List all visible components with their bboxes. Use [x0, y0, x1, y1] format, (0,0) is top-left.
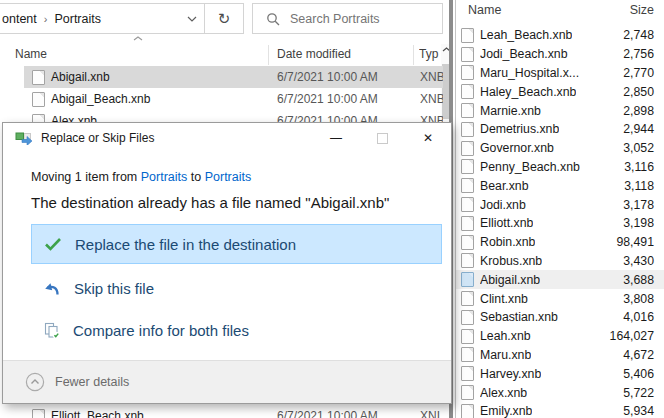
file-row[interactable]: Jodi_Beach.xnb2,756	[456, 45, 664, 64]
file-icon	[461, 329, 474, 344]
file-date: 6/7/2021 10:00 AM	[277, 70, 378, 84]
file-size: 3,688	[623, 273, 654, 287]
file-size: 2,756	[623, 47, 654, 61]
file-name: Penny_Beach.xnb	[480, 160, 580, 174]
file-row[interactable]: Maru.xnb4,672	[456, 346, 664, 365]
chevron-down-icon[interactable]	[180, 16, 204, 22]
file-name: Robin.xnb	[480, 235, 535, 249]
file-size: 164,027	[610, 329, 654, 343]
file-name: Clint.xnb	[480, 292, 528, 306]
column-header-date-modified[interactable]: Date modified	[277, 47, 351, 61]
close-button[interactable]: ✕	[405, 123, 451, 153]
file-icon	[461, 235, 474, 250]
file-name: Jodi_Beach.xnb	[480, 47, 568, 61]
file-icon	[461, 347, 474, 362]
file-size: 98,491	[616, 235, 654, 249]
file-icon	[461, 159, 474, 174]
compare-files-icon	[44, 322, 60, 339]
destination-folder-link[interactable]: Portraits	[205, 170, 252, 184]
file-row[interactable]: Elliott_Beach.xnb 6/7/2021 10:00 AM XNI	[24, 405, 443, 418]
file-name: Leah_Beach.xnb	[480, 28, 572, 42]
file-row[interactable]: Bear.xnb3,118	[456, 176, 664, 195]
minimize-button[interactable]: —	[313, 123, 359, 153]
maximize-button	[359, 123, 405, 153]
file-row[interactable]: Haley_Beach.xnb2,850	[456, 82, 664, 101]
column-divider[interactable]	[268, 45, 269, 65]
moving-text: to	[187, 170, 204, 184]
file-icon	[461, 253, 474, 268]
file-icon	[461, 404, 474, 418]
dialog-title: Replace or Skip Files	[41, 131, 313, 145]
file-row[interactable]: Leah_Beach.xnb2,748	[456, 26, 664, 45]
file-name: Emily.xnb	[480, 404, 532, 418]
address-bar[interactable]: ontent › Portraits ↻	[0, 3, 244, 34]
right-file-list: Leah_Beach.xnb2,748Jodi_Beach.xnb2,756Ma…	[456, 26, 664, 418]
replace-file-option[interactable]: Replace the file in the destination	[31, 224, 442, 264]
file-row[interactable]: Marnie.xnb2,898	[456, 101, 664, 120]
source-folder-link[interactable]: Portraits	[141, 170, 188, 184]
file-size: 5,406	[623, 367, 654, 381]
file-row[interactable]: Clint.xnb3,808	[456, 289, 664, 308]
file-size: 3,430	[623, 254, 654, 268]
file-row[interactable]: Harvey.xnb5,406	[456, 364, 664, 383]
file-icon	[461, 141, 474, 156]
maximize-icon	[377, 133, 388, 144]
breadcrumb: ontent › Portraits	[0, 12, 180, 26]
file-size: 3,178	[623, 198, 654, 212]
file-row[interactable]: Robin.xnb98,491	[456, 233, 664, 252]
file-row[interactable]: Alex.xnb5,722	[456, 383, 664, 402]
file-icon	[461, 47, 474, 62]
file-row[interactable]: Abigail_Beach.xnb6/7/2021 10:00 AMXNB	[24, 88, 443, 110]
column-header-size[interactable]: Size	[630, 3, 654, 17]
file-icon	[461, 178, 474, 193]
breadcrumb-root[interactable]: ontent	[2, 12, 37, 26]
file-row[interactable]: Leah.xnb164,027	[456, 327, 664, 346]
file-icon	[32, 409, 45, 418]
breadcrumb-current[interactable]: Portraits	[54, 12, 101, 26]
file-size: 2,770	[623, 66, 654, 80]
file-row[interactable]: Jodi.xnb3,178	[456, 195, 664, 214]
check-icon	[44, 237, 62, 251]
file-size: 4,672	[623, 348, 654, 362]
column-divider[interactable]	[413, 45, 414, 65]
file-row[interactable]: Krobus.xnb3,430	[456, 252, 664, 271]
file-row[interactable]: Abigail.xnb3,688	[456, 270, 664, 289]
file-size: 2,850	[623, 85, 654, 99]
file-size: 2,898	[623, 104, 654, 118]
file-row[interactable]: Abigail.xnb6/7/2021 10:00 AMXNB	[24, 66, 443, 88]
file-row[interactable]: Demetrius.xnb2,944	[456, 120, 664, 139]
file-size: 4,016	[623, 310, 654, 324]
search-input[interactable]: Search Portraits	[252, 3, 443, 34]
compare-files-option[interactable]: Compare info for both files	[31, 317, 442, 344]
file-icon	[32, 70, 45, 85]
file-name: Leah.xnb	[480, 329, 531, 343]
file-name: Abigail.xnb	[480, 273, 540, 287]
file-name: Abigail.xnb	[51, 70, 110, 84]
moving-summary: Moving 1 item from Portraits to Portrait…	[31, 170, 451, 184]
file-row[interactable]: Penny_Beach.xnb3,116	[456, 158, 664, 177]
fewer-details-label: Fewer details	[55, 375, 129, 389]
conflict-message: The destination already has a file named…	[31, 194, 451, 211]
column-header-type[interactable]: Typ	[419, 47, 441, 61]
file-row[interactable]: Maru_Hospital.x...2,770	[456, 64, 664, 83]
refresh-button[interactable]: ↻	[204, 4, 243, 33]
column-header-name[interactable]: Name	[15, 47, 47, 61]
left-file-list-bottom: Elliott_Beach.xnb 6/7/2021 10:00 AM XNI	[24, 405, 443, 418]
file-name: Haley_Beach.xnb	[480, 85, 576, 99]
file-row[interactable]: Sebastian.xnb4,016	[456, 308, 664, 327]
file-row[interactable]: Emily.xnb5,934	[456, 402, 664, 418]
chevron-up-circle-icon	[25, 372, 45, 392]
skip-file-option[interactable]: Skip this file	[31, 275, 442, 302]
file-row[interactable]: Governor.xnb3,052	[456, 139, 664, 158]
file-row[interactable]: Elliott.xnb3,198	[456, 214, 664, 233]
file-date: 6/7/2021 10:00 AM	[277, 92, 378, 106]
refresh-icon: ↻	[218, 10, 231, 28]
skip-option-label: Skip this file	[74, 280, 154, 297]
dialog-titlebar[interactable]: Replace or Skip Files — ✕	[3, 123, 451, 153]
replace-or-skip-dialog: Replace or Skip Files — ✕ Moving 1 item …	[2, 122, 452, 404]
skip-arrow-icon	[44, 281, 61, 297]
fewer-details-toggle[interactable]: Fewer details	[3, 360, 451, 403]
column-header-name[interactable]: Name	[468, 3, 501, 17]
file-icon	[461, 216, 474, 231]
file-name: Elliott_Beach.xnb	[51, 409, 144, 418]
